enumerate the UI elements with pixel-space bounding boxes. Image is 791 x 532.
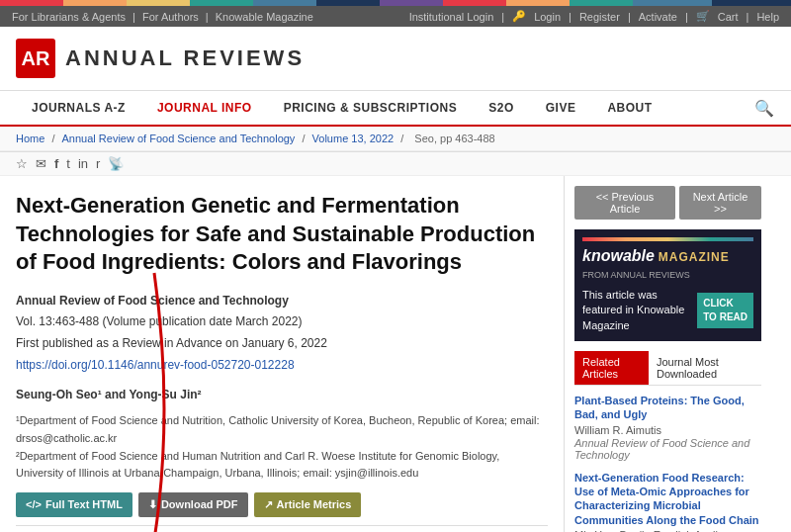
- sep3: |: [501, 11, 504, 23]
- logo-letter: AR: [22, 47, 50, 70]
- knowable-link[interactable]: Knowable Magazine: [216, 11, 313, 23]
- social-bar: ☆ ✉ f t in r 📡: [0, 152, 791, 176]
- nav-about[interactable]: ABOUT: [591, 91, 667, 125]
- main-nav: JOURNALS A-Z JOURNAL INFO PRICING & SUBS…: [0, 91, 791, 127]
- sidebar: << Previous Article Next Article >> know…: [564, 176, 771, 532]
- top-bar-right: Institutional Login | 🔑 Login | Register…: [409, 10, 779, 23]
- author-names: Seung-Oh Seo¹ and Yong-Su Jin²: [16, 388, 202, 401]
- knowable-content-row: This article was featured in Knowable Ma…: [582, 288, 753, 333]
- tab-related-articles[interactable]: Related Articles: [574, 351, 649, 385]
- nav-pricing[interactable]: PRICING & SUBSCRIPTIONS: [268, 91, 474, 125]
- login-icon: 🔑: [512, 10, 526, 23]
- cart-icon: 🛒: [696, 10, 710, 23]
- site-header: AR ANNUAL REVIEWS: [0, 27, 791, 91]
- institutional-login-link[interactable]: Institutional Login: [409, 11, 494, 23]
- sep6: |: [685, 11, 688, 23]
- related-article-1-journal: Annual Review of Food Science and Techno…: [574, 437, 761, 461]
- sep5: |: [628, 11, 631, 23]
- related-article-1: Plant-Based Proteins: The Good, Bad, and…: [574, 394, 761, 461]
- pdf-icon: ⬇: [148, 498, 157, 511]
- breadcrumb-home[interactable]: Home: [16, 133, 44, 144]
- volume-info: Vol. 13:463-488 (Volume publication date…: [16, 314, 303, 328]
- prev-article-button[interactable]: << Previous Article: [574, 186, 675, 220]
- knowable-title: knowable MAGAZINE: [582, 245, 753, 267]
- permissions-bar: Permissions | Reprints | Download Citati…: [16, 525, 548, 532]
- km-rainbow-bar: [582, 237, 753, 241]
- affiliations: ¹Department of Food Science and Nutritio…: [16, 412, 548, 482]
- magazine-word: MAGAZINE: [659, 250, 730, 264]
- knowable-from: FROM ANNUAL REVIEWS: [582, 269, 753, 282]
- librarians-link[interactable]: For Librarians & Agents: [12, 11, 126, 23]
- doi-link[interactable]: https://doi.org/10.1146/annurev-food-052…: [16, 358, 295, 372]
- journal-name: Annual Review of Food Science and Techno…: [16, 294, 289, 308]
- affil1: ¹Department of Food Science and Nutritio…: [16, 412, 548, 447]
- action-buttons: </> Full Text HTML ⬇ Download PDF ↗ Arti…: [16, 492, 548, 517]
- authors-link[interactable]: For Authors: [142, 11, 199, 23]
- nav-give[interactable]: GIVE: [530, 91, 592, 125]
- linkedin-icon[interactable]: in: [78, 156, 88, 171]
- nav-journal-info[interactable]: JOURNAL INFO: [141, 91, 268, 125]
- facebook-icon[interactable]: f: [54, 156, 58, 171]
- download-pdf-label: Download PDF: [161, 498, 238, 510]
- content-area: Next-Generation Genetic and Fermentation…: [0, 176, 564, 532]
- tab-most-downloaded[interactable]: Journal Most Downloaded: [649, 351, 761, 385]
- search-icon[interactable]: 🔍: [753, 97, 775, 119]
- affil2: ²Department of Food Science and Human Nu…: [16, 448, 548, 483]
- activate-link[interactable]: Activate: [639, 11, 677, 23]
- email-icon[interactable]: ✉: [36, 156, 46, 171]
- nav-s2o[interactable]: S2O: [473, 91, 530, 125]
- related-tabs: Related Articles Journal Most Downloaded: [574, 351, 761, 386]
- full-text-icon: </>: [26, 498, 42, 510]
- metrics-label: Article Metrics: [277, 498, 352, 510]
- knowable-magazine-box: knowable MAGAZINE FROM ANNUAL REVIEWS Th…: [574, 229, 761, 341]
- breadcrumb-volume[interactable]: Volume 13, 2022: [312, 133, 395, 144]
- first-published: First published as a Review in Advance o…: [16, 336, 327, 350]
- sep7: |: [747, 11, 749, 23]
- reddit-icon[interactable]: r: [96, 156, 100, 171]
- related-article-2: Next-Generation Food Research: Use of Me…: [574, 471, 761, 532]
- logo-area: AR ANNUAL REVIEWS: [16, 39, 305, 78]
- bookmark-icon[interactable]: ☆: [16, 156, 28, 171]
- full-text-html-button[interactable]: </> Full Text HTML: [16, 492, 132, 517]
- site-name[interactable]: ANNUAL REVIEWS: [65, 45, 305, 71]
- cart-link[interactable]: Cart: [718, 11, 739, 23]
- register-link[interactable]: Register: [579, 11, 620, 23]
- main-layout: Next-Generation Genetic and Fermentation…: [0, 176, 791, 532]
- related-article-1-author: William R. Aimutis: [574, 424, 761, 436]
- knowable-body: This article was featured in Knowable Ma…: [582, 288, 691, 333]
- rss-icon[interactable]: 📡: [108, 156, 124, 171]
- sep1: |: [132, 11, 138, 23]
- breadcrumb-article: Seo, pp 463-488: [414, 133, 494, 144]
- article-meta: Annual Review of Food Science and Techno…: [16, 291, 548, 376]
- next-article-button[interactable]: Next Article >>: [679, 186, 761, 220]
- metrics-icon: ↗: [264, 498, 273, 511]
- related-article-1-title[interactable]: Plant-Based Proteins: The Good, Bad, and…: [574, 394, 761, 422]
- related-article-2-title[interactable]: Next-Generation Food Research: Use of Me…: [574, 471, 761, 527]
- twitter-icon[interactable]: t: [66, 156, 70, 171]
- top-bar-left: For Librarians & Agents | For Authors | …: [12, 11, 317, 23]
- knowable-cta-button[interactable]: CLICKTO READ: [697, 293, 753, 328]
- prev-next-nav: << Previous Article Next Article >>: [574, 186, 761, 220]
- nav-journals-az[interactable]: JOURNALS A-Z: [16, 91, 141, 125]
- sep2: |: [206, 11, 212, 23]
- logo-icon[interactable]: AR: [16, 39, 55, 78]
- top-utility-bar: For Librarians & Agents | For Authors | …: [0, 6, 791, 27]
- authors: Seung-Oh Seo¹ and Yong-Su Jin²: [16, 386, 548, 404]
- download-pdf-button[interactable]: ⬇ Download PDF: [138, 492, 248, 517]
- article-metrics-button[interactable]: ↗ Article Metrics: [254, 492, 362, 517]
- article-title: Next-Generation Genetic and Fermentation…: [16, 192, 548, 277]
- login-link[interactable]: Login: [534, 11, 561, 23]
- full-text-label: Full Text HTML: [45, 498, 123, 510]
- breadcrumb: Home / Annual Review of Food Science and…: [0, 127, 791, 151]
- sep4: |: [569, 11, 571, 23]
- breadcrumb-journal[interactable]: Annual Review of Food Science and Techno…: [62, 133, 296, 144]
- breadcrumb-row: Home / Annual Review of Food Science and…: [0, 127, 791, 152]
- help-link[interactable]: Help: [756, 11, 779, 23]
- knowable-word: knowable: [582, 247, 655, 264]
